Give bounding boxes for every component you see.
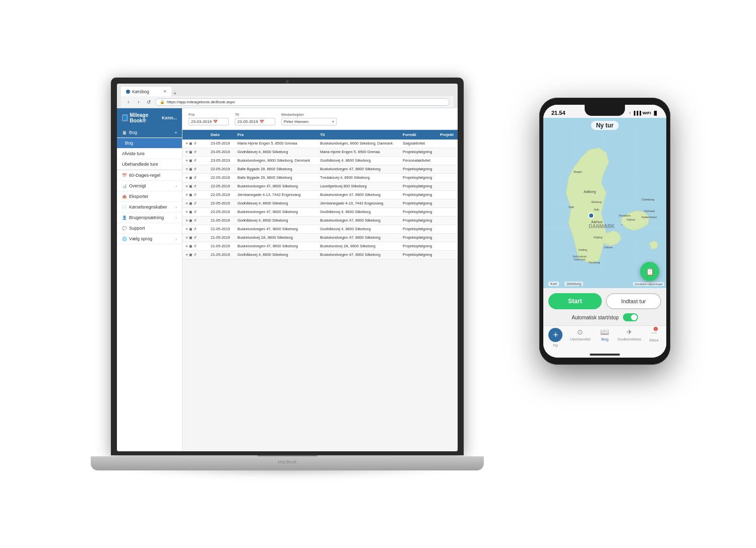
row-add-icon[interactable]: + (185, 158, 188, 163)
row-add-icon[interactable]: + (185, 141, 188, 146)
row-copy-icon[interactable]: ▣ (189, 159, 193, 163)
start-button[interactable]: Start (548, 293, 602, 309)
map-fab-button[interactable]: 📋 (640, 262, 659, 281)
table-row[interactable]: + ▣ ↺ 23-05-2019 Maria Hjorte Engen 5, 8… (182, 140, 458, 148)
sidebar-oversigt-icon: 📊 (122, 184, 127, 188)
row-copy-icon[interactable]: ▣ (189, 150, 193, 154)
row-refresh-icon[interactable]: ↺ (194, 167, 197, 171)
table-row[interactable]: + ▣ ↺ 22-05-2019 Jernbanegade 4-13, 7442… (182, 191, 458, 199)
sidebar-item-koersels[interactable]: 📄 Kørselsregnskaber › (117, 202, 182, 213)
row-add-icon[interactable]: + (185, 192, 188, 197)
auto-toggle-switch[interactable] (623, 313, 638, 321)
row-add-icon[interactable]: + (185, 210, 188, 215)
url-bar[interactable]: 🔒 https://app.mileagebook.dk/Book.aspx (155, 98, 450, 106)
browser-tab[interactable]: Kørsbog × (121, 87, 171, 96)
row-refresh-icon[interactable]: ↺ (194, 244, 197, 248)
row-add-icon[interactable]: + (185, 150, 188, 155)
row-add-icon[interactable]: + (185, 175, 188, 180)
sidebar-item-bog-sub[interactable]: Bog (117, 138, 182, 149)
row-dato: 22-05-2019 (208, 208, 234, 217)
row-add-icon[interactable]: + (185, 252, 188, 257)
phone-tab-ubehandlet[interactable]: ⊙ Ubehandlet (568, 328, 593, 348)
row-refresh-icon[interactable]: ↺ (194, 236, 197, 240)
row-refresh-icon[interactable]: ↺ (194, 219, 197, 223)
reload-button[interactable]: ↺ (145, 99, 152, 106)
table-row[interactable]: + ▣ ↺ 22-05-2019 Balle Bygade 29, 8600 S… (182, 174, 458, 182)
row-add-icon[interactable]: + (185, 184, 188, 189)
table-row[interactable]: + ▣ ↺ 22-05-2019 Buskelundvegen 47, 8600… (182, 208, 458, 217)
table-row[interactable]: + ▣ ↺ 22-05-2019 Buskelundvegen 47, 8600… (182, 182, 458, 191)
sidebar-item-afviste[interactable]: Afviste ture (117, 149, 182, 159)
row-refresh-icon[interactable]: ↺ (194, 227, 197, 231)
table-row[interactable]: + ▣ ↺ 21-05-2019 Godhåbsvej 4, 8600 Silk… (182, 251, 458, 259)
row-refresh-icon[interactable]: ↺ (194, 176, 197, 180)
sidebar-item-bruger[interactable]: 👤 Brugeropsætning › (117, 213, 182, 223)
row-copy-icon[interactable]: ▣ (189, 193, 193, 197)
table-row[interactable]: + ▣ ↺ 23-05-2019 Godhåbsvej 4, 8600 Silk… (182, 148, 458, 157)
filter-medarbejder-select[interactable]: Peter Hansen ▾ (281, 118, 337, 125)
row-copy-icon[interactable]: ▣ (189, 244, 193, 248)
svg-text:Vejle: Vejle (569, 206, 574, 209)
row-refresh-icon[interactable]: ↺ (194, 150, 197, 154)
sidebar-item-bog-main[interactable]: 📋 Bog ▾ (117, 127, 182, 138)
forward-button[interactable]: › (135, 99, 142, 106)
row-copy-icon[interactable]: ▣ (189, 201, 193, 206)
table-row[interactable]: + ▣ ↺ 21-05-2019 Godhåbsvej 4, 8600 Silk… (182, 217, 458, 225)
row-copy-icon[interactable]: ▣ (189, 253, 193, 257)
row-refresh-icon[interactable]: ↺ (194, 159, 197, 163)
row-copy-icon[interactable]: ▣ (189, 142, 193, 146)
sidebar-item-support[interactable]: 💬 Support (117, 223, 182, 234)
row-copy-icon[interactable]: ▣ (189, 210, 193, 214)
sidebar-item-eksporter[interactable]: 📤 Eksporter (117, 191, 182, 202)
phone-tab-ny[interactable]: + Ny (543, 328, 568, 348)
phone-tab-bog[interactable]: 📖 Bog (593, 328, 617, 348)
row-refresh-icon[interactable]: ↺ (194, 142, 197, 146)
sidebar-item-sprog[interactable]: 🌐 Vælg sprog › (117, 234, 182, 244)
row-copy-icon[interactable]: ▣ (189, 219, 193, 223)
table-row[interactable]: + ▣ ↺ 23-05-2019 Buskelundvegen, 8600 Si… (182, 157, 458, 165)
back-button[interactable]: ‹ (125, 99, 132, 106)
row-copy-icon[interactable]: ▣ (189, 227, 193, 231)
svg-text:Göteborg: Göteborg (642, 198, 654, 201)
row-add-icon[interactable]: + (185, 227, 188, 232)
row-actions: + ▣ ↺ (185, 210, 205, 215)
phone-tab-mere[interactable]: ··· 1 Mere (642, 328, 666, 348)
laptop: Kørsbog × + ‹ › ↺ 🔒 https://app.m (91, 78, 484, 470)
row-add-icon[interactable]: + (185, 201, 188, 206)
row-til: Buskelundvegen, 8600 Silkeborg, Danmark (317, 140, 400, 148)
table-row[interactable]: + ▣ ↺ 21-05-2019 Buskelundvej 2A, 8600 S… (182, 234, 458, 242)
row-refresh-icon[interactable]: ↺ (194, 201, 197, 206)
table-row[interactable]: + ▣ ↺ 22-05-2019 Godhåbsvej 4, 8600 Silk… (182, 199, 458, 208)
row-add-icon[interactable]: + (185, 244, 188, 249)
filter-fra-input[interactable]: 23-03-2019 📅 (188, 118, 229, 125)
phone-tab-godkendelse[interactable]: ✈ Godkendelse (617, 328, 642, 348)
row-copy-icon[interactable]: ▣ (189, 184, 193, 188)
row-refresh-icon[interactable]: ↺ (194, 193, 197, 197)
row-til: Buskelundvegen 47, 8600 Silkeborg (317, 191, 400, 199)
row-til: Buskelundvegen 47, 8600 Silkeborg (317, 217, 400, 225)
row-add-icon[interactable]: + (185, 167, 188, 172)
row-fra: Jernbanegade 4-13, 7442 Engesvang (234, 191, 317, 199)
table-row[interactable]: + ▣ ↺ 21-05-2019 Buskelundvegen 47, 8600… (182, 225, 458, 234)
row-dato: 21-05-2019 (208, 242, 234, 251)
row-add-icon[interactable]: + (185, 218, 188, 223)
new-tab-icon[interactable]: + (173, 90, 176, 96)
table-row[interactable]: + ▣ ↺ 21-05-2019 Buskelundvegen 47, 8600… (182, 242, 458, 251)
row-fra: Balle Bygade 29, 8600 Silkeborg (234, 165, 317, 174)
row-fra: Balle Bygade 29, 8600 Silkeborg (234, 174, 317, 182)
row-refresh-icon[interactable]: ↺ (194, 210, 197, 214)
filter-til-input[interactable]: 23-05-2019 📅 (235, 118, 275, 125)
indtast-tur-button[interactable]: Indtast tur (606, 293, 661, 309)
sidebar-item-60dages[interactable]: 📅 60-Dages-regel (117, 170, 182, 181)
row-copy-icon[interactable]: ▣ (189, 176, 193, 180)
tab-close-icon[interactable]: × (163, 89, 166, 94)
row-add-icon[interactable]: + (185, 235, 188, 240)
row-copy-icon[interactable]: ▣ (189, 236, 193, 240)
tab-title: Kørsbog (132, 89, 149, 94)
row-refresh-icon[interactable]: ↺ (194, 253, 197, 257)
row-copy-icon[interactable]: ▣ (189, 167, 193, 171)
sidebar-item-ubehandlede[interactable]: Ubehandlede ture (117, 159, 182, 170)
sidebar-item-oversigt[interactable]: 📊 Oversigt › (117, 181, 182, 191)
row-refresh-icon[interactable]: ↺ (194, 184, 197, 188)
table-row[interactable]: + ▣ ↺ 22-05-2019 Balle Bygade 29, 8600 S… (182, 165, 458, 174)
